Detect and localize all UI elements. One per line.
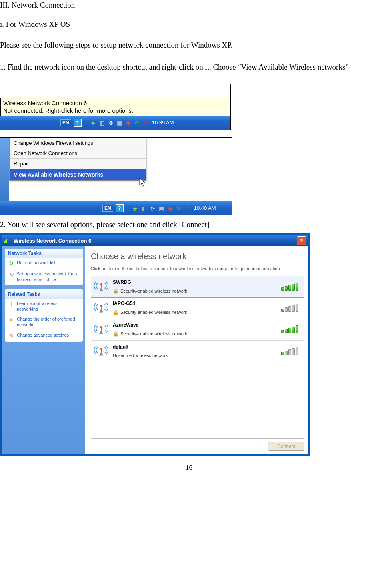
section-heading: III. Network Connection [0,1,378,10]
language-indicator[interactable]: EN [102,205,113,212]
clock: 10:39 AM [152,120,174,126]
context-menu: Change Windows Firewall settings Open Ne… [9,138,146,181]
connect-button[interactable]: Connect [268,442,304,451]
wireless-icon[interactable]: ⊚ [107,120,114,126]
step-1: 1. Find the network icon on the desktop … [0,61,378,73]
network-text: AzureWave🔒Security-enabled wireless netw… [113,322,277,337]
help-indicator-icon[interactable]: ? [74,119,82,127]
step-2: 2. You will see several options, please … [0,219,378,230]
tooltip-line1: Wireless Network Connection 6 [3,100,87,106]
network-security: Unsecured wireless network [113,353,277,358]
choose-heading: Choose a wireless network [91,252,304,261]
subsection-heading: i. For Windows XP OS [0,20,378,29]
network-text: defaultUnsecured wireless network [113,344,277,358]
screenshot-wireless-window: Wireless Network Connection 6 ✕ Network … [0,233,310,456]
wireless-window: Wireless Network Connection 6 ✕ Network … [2,235,308,454]
related-task-link-0[interactable]: iLearn about wireless networking [5,299,83,315]
related-task-link-2[interactable]: ✎Change advanced settings [5,331,83,342]
network-name: AzureWave [113,322,277,328]
signal-bars-icon [281,304,298,312]
network-item[interactable]: SWRDG🔒Security-enabled wireless network [91,276,304,298]
panel-title: Network Tasks [5,249,83,258]
taskbar: EN ? ◈ ▥ ⊚ ▣ ◉ ⟳ ☂ 10:39 AM [0,116,230,130]
safely-remove-icon[interactable]: ◈ [90,120,97,126]
link-icon: ⟲ [8,271,14,278]
lock-icon: 🔒 [113,331,119,337]
network-task-link-0[interactable]: ↻Refresh network list [5,258,83,269]
monitor-icon[interactable]: ▣ [158,205,165,211]
network-item[interactable]: AzureWave🔒Security-enabled wireless netw… [91,319,304,341]
clock: 10:40 AM [194,205,216,211]
window-title: Wireless Network Connection 6 [14,238,91,244]
antivirus-icon[interactable]: ☂ [142,120,150,126]
help-indicator-icon[interactable]: ? [116,204,124,212]
link-icon: ↻ [8,260,14,267]
lock-icon: 🔒 [113,309,119,315]
safely-remove-icon[interactable]: ◈ [132,205,139,211]
network-task-link-1[interactable]: ⟲Set up a wireless network for a home or… [5,269,83,285]
network-security: 🔒Security-enabled wireless network [113,331,277,337]
link-label: Set up a wireless network for a home or … [17,271,80,283]
refresh-icon[interactable]: ⟳ [134,120,141,126]
related-task-link-1[interactable]: ★Change the order of preferred networks [5,315,83,331]
network-item[interactable]: IAPO-G54🔒Security-enabled wireless netwo… [91,297,304,319]
shield-icon[interactable]: ◉ [167,205,174,211]
window-titlebar[interactable]: Wireless Network Connection 6 ✕ [2,235,308,246]
taskbar-2: EN ? ◈ ▥ ⊚ ▣ ◉ ⟳ ☂ 10:40 AM [0,201,232,215]
screenshot-context-menu: Change Windows Firewall settings Open Ne… [0,137,232,215]
wireless-icon[interactable]: ⊚ [149,205,156,211]
network-text: IAPO-G54🔒Security-enabled wireless netwo… [113,301,277,315]
refresh-icon[interactable]: ⟳ [176,205,183,211]
choose-subtext: Click an item in the list below to conne… [91,266,304,271]
panel-related-tasks: Related Tasks iLearn about wireless netw… [5,289,83,342]
panel-network-tasks: Network Tasks ↻Refresh network list⟲Set … [5,249,83,285]
system-tray: ◈ ▥ ⊚ ▣ ◉ ⟳ ☂ [90,120,150,126]
intro-text: Please see the following steps to setup … [0,39,378,51]
link-icon: ✎ [8,333,14,339]
monitor-icon[interactable]: ▣ [116,120,123,126]
screenshot-tooltip: Wireless Network Connection 6 Not connec… [0,84,231,130]
network-item[interactable]: defaultUnsecured wireless network [91,341,304,362]
link-label: Learn about wireless networking [17,301,80,312]
tooltip: Wireless Network Connection 6 Not connec… [0,98,230,116]
panel-title: Related Tasks [5,289,83,299]
shield-icon[interactable]: ◉ [125,120,132,126]
ctx-open-connections[interactable]: Open Network Connections [10,148,146,159]
network-name: IAPO-G54 [113,301,277,306]
antivirus-icon[interactable]: ☂ [184,205,192,211]
link-label: Refresh network list [17,260,56,266]
network-off-icon[interactable]: ▥ [98,120,106,126]
link-label: Change advanced settings [17,333,69,338]
ctx-view-wireless[interactable]: View Available Wireless Networks [10,169,146,180]
antenna-icon [94,322,109,337]
ctx-firewall[interactable]: Change Windows Firewall settings [10,138,146,148]
antenna-icon [94,279,109,294]
sidebar: Network Tasks ↻Refresh network list⟲Set … [2,246,85,454]
ctx-repair[interactable]: Repair [10,159,146,169]
link-label: Change the order of preferred networks [17,317,80,328]
network-security: 🔒Security-enabled wireless network [113,288,277,294]
network-text: SWRDG🔒Security-enabled wireless network [113,279,277,294]
signal-bars-icon [281,347,298,355]
signal-bars-icon [281,325,298,333]
tooltip-line2: Not connected. Right-click here for more… [3,107,133,114]
network-off-icon[interactable]: ▥ [140,205,148,211]
close-icon[interactable]: ✕ [297,236,306,245]
network-security: 🔒Security-enabled wireless network [113,309,277,315]
network-name: default [113,344,277,350]
antenna-icon [94,301,109,315]
page-number: 16 [0,464,378,472]
link-icon: ★ [8,317,14,323]
antenna-icon [94,344,109,359]
network-list: SWRDG🔒Security-enabled wireless networkI… [91,276,304,439]
main-pane: Choose a wireless network Click an item … [85,246,308,454]
link-icon: i [8,301,14,307]
language-indicator[interactable]: EN [60,119,71,126]
lock-icon: 🔒 [113,288,119,294]
wireless-title-icon [4,237,11,244]
system-tray: ◈ ▥ ⊚ ▣ ◉ ⟳ ☂ [132,205,192,211]
network-name: SWRDG [113,279,277,285]
signal-bars-icon [281,283,298,291]
